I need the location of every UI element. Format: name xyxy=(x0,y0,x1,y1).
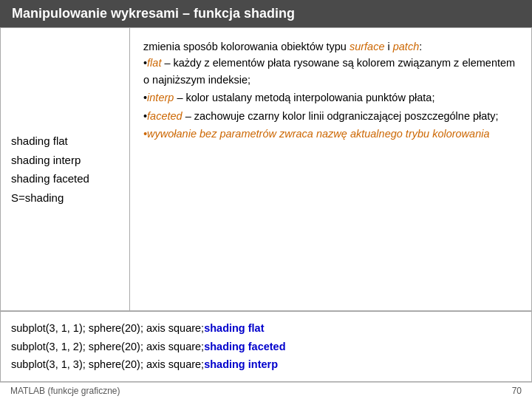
patch-text: patch xyxy=(393,41,419,52)
surface-text: surface xyxy=(349,41,385,52)
code-line-1: subplot(3, 1, 1); sphere(20); axis squar… xyxy=(11,319,521,338)
footer: MATLAB (funkcje graficzne) 70 xyxy=(0,382,532,399)
code-line-2-prefix: subplot(3, 1, 2); sphere(20); axis squar… xyxy=(11,338,204,356)
left-column: shading flat shading interp shading face… xyxy=(1,28,130,310)
code-line-2-highlight: shading faceted xyxy=(204,338,285,356)
page-wrapper: Manipulowanie wykresami – funkcja shadin… xyxy=(0,0,532,399)
left-item-2: shading interp xyxy=(11,151,119,170)
bullet-flat-keyword: flat xyxy=(147,57,161,69)
code-line-1-prefix: subplot(3, 1, 1); sphere(20); axis squar… xyxy=(11,319,204,338)
code-line-3: subplot(3, 1, 3); sphere(20); axis squar… xyxy=(11,355,521,374)
title-bar: Manipulowanie wykresami – funkcja shadin… xyxy=(0,0,532,27)
bottom-section: subplot(3, 1, 1); sphere(20); axis squar… xyxy=(1,311,531,381)
footer-left: MATLAB (funkcje graficzne) xyxy=(10,386,120,396)
main-content: shading flat shading interp shading face… xyxy=(0,27,532,382)
page-title: Manipulowanie wykresami – funkcja shadin… xyxy=(12,6,295,21)
bullet-interp: •interp – kolor ustalany metodą interpol… xyxy=(143,89,518,106)
left-item-1: shading flat xyxy=(11,132,119,151)
bullet-interp-keyword: interp xyxy=(147,92,174,103)
left-item-4: S=shading xyxy=(11,188,119,208)
top-section: shading flat shading interp shading face… xyxy=(1,28,531,311)
bullet-faceted-keyword: faceted xyxy=(147,110,183,122)
bullet-wywolanie-dot: •wywołanie bez parametrów zwraca nazwę a… xyxy=(143,128,490,140)
bullet-flat: •flat – każdy z elementów płata rysowane… xyxy=(143,55,518,88)
right-column: zmienia sposób kolorowania obiektów typu… xyxy=(130,28,531,310)
footer-right: 70 xyxy=(512,386,522,396)
bullet-interp-text: – kolor ustalany metodą interpolowania p… xyxy=(174,92,434,103)
code-line-3-highlight: shading interp xyxy=(204,355,278,374)
code-line-2: subplot(3, 1, 2); sphere(20); axis squar… xyxy=(11,338,521,356)
bullet-wywolanie: •wywołanie bez parametrów zwraca nazwę a… xyxy=(143,126,518,142)
bullet-flat-text: – każdy z elementów płata rysowane są ko… xyxy=(143,57,515,85)
intro-text: zmienia sposób kolorowania obiektów typu… xyxy=(143,41,422,52)
code-line-1-highlight: shading flat xyxy=(204,319,264,338)
bullet-faceted: •faceted – zachowuje czarny kolor linii … xyxy=(143,108,518,124)
left-item-3: shading faceted xyxy=(11,169,119,188)
code-line-3-prefix: subplot(3, 1, 3); sphere(20); axis squar… xyxy=(11,355,204,374)
bullet-faceted-text: – zachowuje czarny kolor linii odgranicz… xyxy=(183,110,499,122)
